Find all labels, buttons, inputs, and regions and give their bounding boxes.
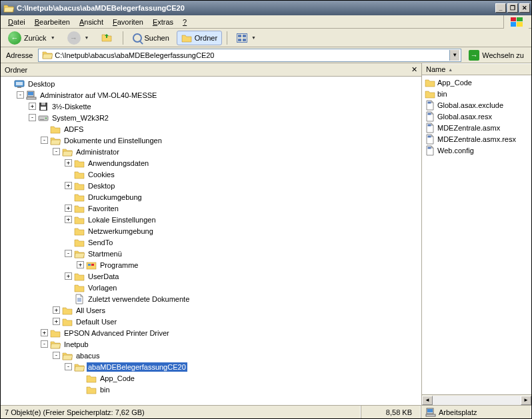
menu-extras[interactable]: Extras (148, 17, 178, 27)
list-item[interactable]: bin (422, 88, 531, 99)
collapse-icon[interactable]: - (17, 91, 24, 99)
tree-row[interactable]: +Desktop (1, 180, 421, 191)
tree-row[interactable]: +Favoriten (1, 203, 421, 214)
expand-icon[interactable]: + (65, 182, 72, 189)
collapse-icon[interactable]: - (29, 114, 36, 121)
list-item[interactable]: MDEZentrale.asmx.resx (422, 133, 531, 145)
tree-row[interactable]: App_Code (1, 372, 421, 384)
tree-item-label[interactable]: All Users (75, 306, 107, 315)
file-list[interactable]: App_CodebinGlobal.asax.excludeGlobal.asa… (422, 75, 531, 394)
back-dropdown-icon[interactable]: ▼ (51, 35, 55, 40)
tree-row[interactable]: Druckumgebung (1, 191, 421, 203)
tree-item-label[interactable]: App_Code (99, 374, 136, 383)
list-item-label[interactable]: MDEZentrale.asmx.resx (437, 135, 516, 143)
tree-item-label[interactable]: abaMDEBelegerfassungCE20 (87, 362, 187, 372)
list-item[interactable]: Global.asax.resx (422, 111, 531, 122)
close-button[interactable]: ✕ (519, 3, 530, 13)
tree-item-label[interactable]: Administrator auf VM-OL40-MESSE (39, 91, 158, 100)
tree-item-label[interactable]: Favoriten (87, 204, 120, 213)
forward-dropdown-icon[interactable]: ▼ (85, 35, 89, 40)
tree-row[interactable]: SendTo (1, 236, 421, 248)
tree-row[interactable]: Desktop (1, 78, 421, 89)
tree-item-label[interactable]: Druckumgebung (87, 193, 143, 202)
maximize-button[interactable]: ❐ (507, 3, 518, 13)
tree-row[interactable]: +Default User (1, 316, 421, 327)
tree-row[interactable]: Cookies (1, 169, 421, 180)
tree-row[interactable]: -Dokumente und Einstellungen (1, 135, 421, 146)
tree-row[interactable]: +Lokale Einstellungen (1, 214, 421, 225)
expand-icon[interactable]: + (65, 205, 72, 212)
tree-item-label[interactable]: EPSON Advanced Printer Driver (63, 328, 171, 338)
list-item-label[interactable]: bin (437, 90, 447, 98)
tree-row[interactable]: -System_W2k3R2 (1, 112, 421, 123)
folders-button[interactable]: Ordner (177, 31, 222, 45)
tree-item-label[interactable]: SendTo (87, 238, 114, 247)
tree-item-label[interactable]: Programme (99, 260, 139, 270)
tree-item-label[interactable]: bin (99, 385, 111, 394)
folder-tree[interactable]: Desktop-Administrator auf VM-OL40-MESSE+… (1, 77, 421, 405)
expand-icon[interactable]: + (77, 261, 84, 268)
tree-row[interactable]: ADFS (1, 123, 421, 135)
tree-row[interactable]: +UserData (1, 270, 421, 282)
collapse-icon[interactable]: - (53, 148, 60, 155)
tree-item-label[interactable]: Administrator (75, 147, 121, 157)
scroll-track[interactable] (433, 396, 521, 405)
list-item-label[interactable]: Global.asax.resx (437, 113, 492, 121)
list-item[interactable]: Global.asax.exclude (422, 99, 531, 111)
views-button[interactable]: ▼ (232, 31, 261, 45)
tree-item-label[interactable]: Anwendungsdaten (87, 159, 150, 168)
tree-item-label[interactable]: Default User (75, 317, 118, 326)
tree-row[interactable]: Vorlagen (1, 282, 421, 293)
tree-row[interactable]: -Inetpub (1, 338, 421, 350)
collapse-icon[interactable]: - (53, 352, 60, 359)
list-item-label[interactable]: Global.asax.exclude (437, 101, 503, 109)
tree-item-label[interactable]: Vorlagen (87, 283, 118, 292)
tree-row[interactable]: -Administrator auf VM-OL40-MESSE (1, 89, 421, 101)
expand-icon[interactable]: + (65, 159, 72, 167)
tree-item-label[interactable]: 3½-Diskette (51, 102, 93, 111)
horizontal-scrollbar[interactable]: ◄ ► (422, 394, 531, 405)
minimize-button[interactable]: _ (495, 3, 506, 13)
tree-row[interactable]: +3½-Diskette (1, 101, 421, 112)
menu-favoriten[interactable]: Favoriten (108, 17, 148, 27)
menu-bearbeiten[interactable]: Bearbeiten (30, 17, 75, 27)
tree-row[interactable]: Zuletzt verwendete Dokumente (1, 293, 421, 304)
expand-icon[interactable]: + (53, 318, 60, 325)
tree-row[interactable]: +Anwendungsdaten (1, 157, 421, 169)
tree-row[interactable]: +All Users (1, 304, 421, 316)
column-header-name[interactable]: Name ▲ (422, 63, 531, 75)
collapse-icon[interactable]: - (65, 250, 72, 257)
tree-row[interactable]: -Startmenü (1, 248, 421, 259)
search-button[interactable]: Suchen (128, 31, 174, 45)
list-item[interactable]: MDEZentrale.asmx (422, 122, 531, 133)
collapse-icon[interactable]: - (41, 137, 48, 144)
tree-item-label[interactable]: Desktop (27, 79, 56, 89)
address-combo[interactable]: C:\Inetpub\abacus\abaMDEBelegerfassungCE… (38, 49, 461, 62)
tree-item-label[interactable]: Lokale Einstellungen (87, 215, 157, 224)
forward-button[interactable]: → ▼ (63, 31, 94, 45)
scroll-left-icon[interactable]: ◄ (422, 396, 433, 405)
tree-item-label[interactable]: ADFS (63, 125, 85, 134)
expand-icon[interactable]: + (65, 272, 72, 280)
tree-item-label[interactable]: Zuletzt verwendete Dokumente (87, 294, 191, 304)
tree-row[interactable]: +Programme (1, 259, 421, 270)
tree-row[interactable]: +EPSON Advanced Printer Driver (1, 327, 421, 338)
tree-item-label[interactable]: abacus (75, 351, 101, 360)
list-item-label[interactable]: App_Code (437, 79, 472, 87)
tree-row[interactable]: -Administrator (1, 146, 421, 157)
tree-item-label[interactable]: Netzwerkumgebung (87, 226, 155, 236)
tree-item-label[interactable]: Startmenü (87, 249, 123, 258)
collapse-icon[interactable]: - (65, 363, 72, 370)
go-button[interactable]: → Wechseln zu (464, 49, 529, 62)
expand-icon[interactable]: + (65, 216, 72, 223)
list-item[interactable]: App_Code (422, 77, 531, 88)
tree-item-label[interactable]: Inetpub (63, 340, 90, 349)
list-item-label[interactable]: MDEZentrale.asmx (437, 124, 500, 132)
expand-icon[interactable]: + (29, 103, 36, 110)
address-path[interactable]: C:\Inetpub\abacus\abaMDEBelegerfassungCE… (55, 51, 449, 59)
tree-item-label[interactable]: System_W2k3R2 (51, 113, 110, 123)
up-button[interactable] (97, 31, 118, 45)
back-button[interactable]: ← Zurück ▼ (3, 31, 60, 45)
menu-ansicht[interactable]: Ansicht (75, 17, 108, 27)
address-dropdown-icon[interactable]: ▼ (449, 50, 459, 61)
